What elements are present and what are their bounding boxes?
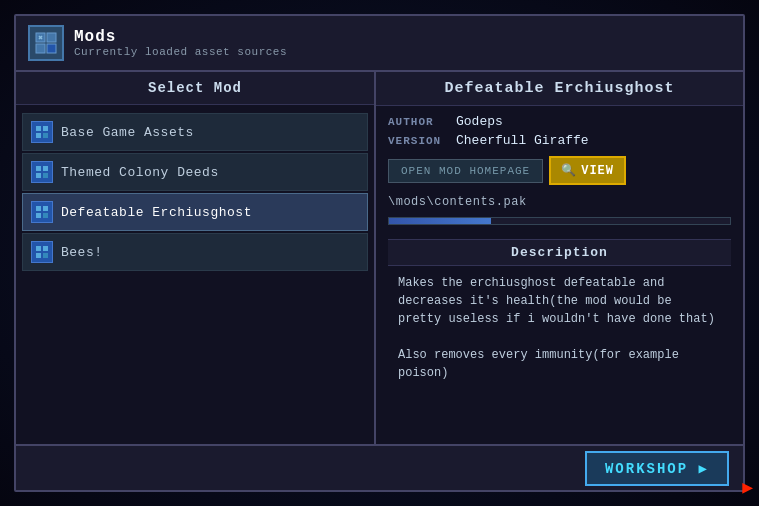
mod-label-2: Defeatable Erchiusghost <box>61 205 252 220</box>
svg-rect-1 <box>47 33 56 42</box>
svg-rect-19 <box>43 246 48 251</box>
author-label: AUTHOR <box>388 116 448 128</box>
svg-rect-20 <box>36 253 41 258</box>
mod-item-0[interactable]: Base Game Assets <box>22 113 368 151</box>
description-title: Description <box>388 240 731 266</box>
window-subtitle: Currently loaded asset sources <box>74 46 287 58</box>
svg-rect-7 <box>43 126 48 131</box>
content-area: Select Mod Base Game Assets <box>16 72 743 444</box>
mod-item-1[interactable]: Themed Colony Deeds <box>22 153 368 191</box>
mod-item-2[interactable]: Defeatable Erchiusghost <box>22 193 368 231</box>
workshop-button[interactable]: WORKSHOP <box>585 451 729 486</box>
svg-rect-11 <box>43 166 48 171</box>
mod-label-3: Bees! <box>61 245 103 260</box>
bottom-bar: WORKSHOP <box>16 444 743 490</box>
right-panel: Defeatable Erchiusghost AUTHOR Godeps VE… <box>376 72 743 444</box>
title-text-block: Mods Currently loaded asset sources <box>74 28 287 58</box>
file-path: \mods\contents.pak <box>388 193 731 211</box>
version-value: Cheerfull Giraffe <box>456 133 589 148</box>
svg-rect-6 <box>36 126 41 131</box>
description-text: Makes the erchiusghost defeatable and de… <box>388 266 731 390</box>
svg-rect-9 <box>43 133 48 138</box>
version-label: VERSION <box>388 135 448 147</box>
open-homepage-button[interactable]: OPEN MOD HOMEPAGE <box>388 159 543 183</box>
svg-rect-15 <box>43 206 48 211</box>
svg-rect-17 <box>43 213 48 218</box>
svg-rect-16 <box>36 213 41 218</box>
left-panel-title: Select Mod <box>16 72 374 105</box>
mod-icon-2 <box>31 201 53 223</box>
mods-icon <box>28 25 64 61</box>
svg-rect-2 <box>36 44 45 53</box>
svg-rect-18 <box>36 246 41 251</box>
red-arrow-decoration: ▶ <box>742 476 753 498</box>
svg-rect-10 <box>36 166 41 171</box>
author-value: Godeps <box>456 114 503 129</box>
left-panel: Select Mod Base Game Assets <box>16 72 376 444</box>
view-button[interactable]: VIEW <box>549 156 626 185</box>
progress-bar <box>388 217 731 225</box>
mod-list: Base Game Assets Themed Colony Deeds <box>16 105 374 444</box>
svg-rect-14 <box>36 206 41 211</box>
mod-icon-0 <box>31 121 53 143</box>
homepage-row: OPEN MOD HOMEPAGE VIEW <box>388 156 731 185</box>
svg-rect-21 <box>43 253 48 258</box>
author-row: AUTHOR Godeps <box>388 114 731 129</box>
mod-label-1: Themed Colony Deeds <box>61 165 219 180</box>
svg-rect-8 <box>36 133 41 138</box>
version-row: VERSION Cheerfull Giraffe <box>388 133 731 148</box>
svg-rect-12 <box>36 173 41 178</box>
title-bar: Mods Currently loaded asset sources <box>16 16 743 72</box>
main-window: Mods Currently loaded asset sources Sele… <box>14 14 745 492</box>
right-panel-title: Defeatable Erchiusghost <box>376 72 743 106</box>
svg-rect-13 <box>43 173 48 178</box>
mod-label-0: Base Game Assets <box>61 125 194 140</box>
svg-rect-3 <box>47 44 56 53</box>
mod-details: AUTHOR Godeps VERSION Cheerfull Giraffe … <box>376 106 743 444</box>
mod-icon-1 <box>31 161 53 183</box>
description-section: Description Makes the erchiusghost defea… <box>388 239 731 390</box>
mod-item-3[interactable]: Bees! <box>22 233 368 271</box>
progress-fill <box>389 218 491 224</box>
mod-icon-3 <box>31 241 53 263</box>
window-title: Mods <box>74 28 287 46</box>
